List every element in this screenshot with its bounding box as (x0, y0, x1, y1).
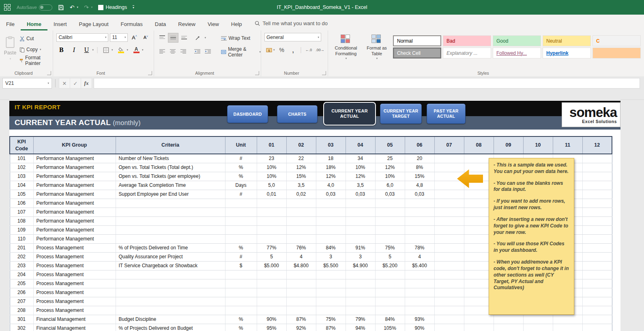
cell-kpi-code[interactable]: 204 (10, 270, 33, 279)
cell-unit[interactable]: # (225, 154, 257, 163)
cell-month-06[interactable]: 0,03 (405, 190, 434, 199)
cell-style-followed-hy-[interactable]: Followed Hy... (493, 48, 541, 58)
cell-kpi-code[interactable]: 102 (10, 163, 33, 172)
cell-month-06[interactable] (405, 279, 434, 288)
cell-month-02[interactable]: 3,5 (286, 181, 316, 190)
cell-month-05[interactable] (375, 216, 405, 225)
cell-criteria[interactable] (116, 225, 225, 234)
cell-month-07[interactable] (434, 225, 464, 234)
cell-month-01[interactable]: 5 (257, 252, 286, 261)
cell-month-03[interactable] (316, 297, 346, 306)
cell-unit[interactable]: % (225, 324, 257, 331)
cell-kpi-code[interactable]: 101 (10, 154, 33, 163)
cell-kpi-group[interactable]: Process Management (33, 261, 116, 270)
borders-button[interactable] (101, 45, 111, 54)
cell-unit[interactable] (225, 279, 257, 288)
cell-kpi-group[interactable]: Process Management (33, 270, 116, 279)
cell-unit[interactable]: # (225, 190, 257, 199)
cell-unit[interactable] (225, 225, 257, 234)
cell-kpi-code[interactable]: 106 (10, 199, 33, 208)
cell-month-02[interactable] (286, 208, 316, 216)
cell-month-07[interactable] (434, 243, 464, 252)
cell-month-03[interactable]: 18% (316, 163, 346, 172)
cell-month-12[interactable] (582, 172, 612, 181)
cell-month-03[interactable] (316, 225, 346, 234)
cell-criteria[interactable] (116, 234, 225, 243)
align-middle-button[interactable] (168, 33, 178, 43)
redo-button[interactable]: ↷▾ (84, 4, 92, 10)
cell-unit[interactable]: Days (225, 181, 257, 190)
cell-month-06[interactable]: 8% (405, 163, 434, 172)
cell-unit[interactable]: % (225, 163, 257, 172)
cell-month-01[interactable] (257, 270, 286, 279)
cell-month-12[interactable] (582, 181, 612, 190)
tab-review[interactable]: Review (172, 17, 202, 30)
cell-month-05[interactable]: 10% (375, 172, 405, 181)
cell-kpi-code[interactable]: 301 (10, 315, 33, 324)
nav-button-current-year-target[interactable]: CURRENT YEAR TARGET (380, 104, 422, 124)
cell-month-02[interactable]: 76% (286, 243, 316, 252)
cell-month-07[interactable] (434, 270, 464, 279)
cell-month-02[interactable]: 12% (286, 163, 316, 172)
cell-month-12[interactable] (582, 208, 612, 216)
cell-month-07[interactable] (434, 234, 464, 243)
align-right-button[interactable] (178, 47, 188, 56)
cell-month-05[interactable] (375, 225, 405, 234)
cell-month-01[interactable]: 23 (257, 154, 286, 163)
cell-month-02[interactable] (286, 216, 316, 225)
increase-font-button[interactable]: A˄ (129, 33, 139, 42)
formula-input[interactable] (94, 78, 640, 89)
cell-month-05[interactable]: $5.200 (375, 261, 405, 270)
cancel-entry-button[interactable]: ✕ (59, 78, 70, 89)
cell-month-12[interactable] (582, 163, 612, 172)
cell-unit[interactable] (225, 216, 257, 225)
cell-month-02[interactable]: 4 (286, 252, 316, 261)
cell-month-07[interactable] (434, 288, 464, 297)
cell-criteria[interactable] (116, 216, 225, 225)
cell-month-01[interactable] (257, 216, 286, 225)
cell-kpi-code[interactable]: 103 (10, 172, 33, 181)
cell-month-01[interactable]: 5,0 (257, 181, 286, 190)
cell-month-04[interactable]: 79% (346, 315, 375, 324)
cell-month-03[interactable]: $5.500 (316, 261, 346, 270)
comma-style-button[interactable]: , (289, 45, 298, 54)
cell-month-01[interactable]: 10% (257, 163, 286, 172)
cell-kpi-code[interactable]: 203 (10, 261, 33, 270)
cell-style-good[interactable]: Good (493, 35, 541, 46)
cell-month-07[interactable] (434, 216, 464, 225)
tab-help[interactable]: Help (225, 17, 248, 30)
cell-kpi-group[interactable]: Performance Management (33, 172, 116, 181)
percent-style-button[interactable]: % (277, 45, 286, 54)
cell-style-explanatory-[interactable]: Explanatory ... (443, 48, 491, 58)
font-size-select[interactable]: 11▾ (110, 33, 128, 42)
cell-criteria[interactable]: Support Employee per End User (116, 190, 225, 199)
cell-month-02[interactable] (286, 297, 316, 306)
format-painter-button[interactable]: Format Painter (19, 56, 49, 65)
cell-month-12[interactable] (582, 225, 612, 234)
cell-month-01[interactable]: 77% (257, 243, 286, 252)
cell-month-03[interactable]: 75% (316, 315, 346, 324)
undo-button[interactable]: ↶▾ (70, 4, 78, 10)
cell-month-01[interactable] (257, 234, 286, 243)
cell-kpi-group[interactable]: Process Management (33, 297, 116, 306)
cell-kpi-code[interactable]: 206 (10, 288, 33, 297)
cell-month-04[interactable]: 3,5 (346, 181, 375, 190)
cell-month-07[interactable] (434, 181, 464, 190)
cell-month-06[interactable]: 15% (405, 172, 434, 181)
cell-month-06[interactable]: 78% (405, 243, 434, 252)
decrease-font-button[interactable]: A˅ (141, 33, 150, 42)
cell-month-05[interactable] (375, 234, 405, 243)
cell-month-04[interactable]: 10% (346, 163, 375, 172)
tab-insert[interactable]: Insert (47, 17, 73, 30)
cell-month-07[interactable] (434, 190, 464, 199)
cell-kpi-group[interactable]: Performance Management (33, 190, 116, 199)
cell-kpi-group[interactable]: Performance Management (33, 225, 116, 234)
cell-month-02[interactable]: 87% (286, 315, 316, 324)
cell-month-11[interactable] (553, 324, 582, 331)
headings-qat-toggle[interactable]: Headings (98, 4, 127, 10)
cell-month-01[interactable] (257, 225, 286, 234)
cell-month-03[interactable]: 84% (316, 243, 346, 252)
cell-month-01[interactable] (257, 306, 286, 315)
cell-month-06[interactable] (405, 234, 434, 243)
cell-month-03[interactable] (316, 234, 346, 243)
